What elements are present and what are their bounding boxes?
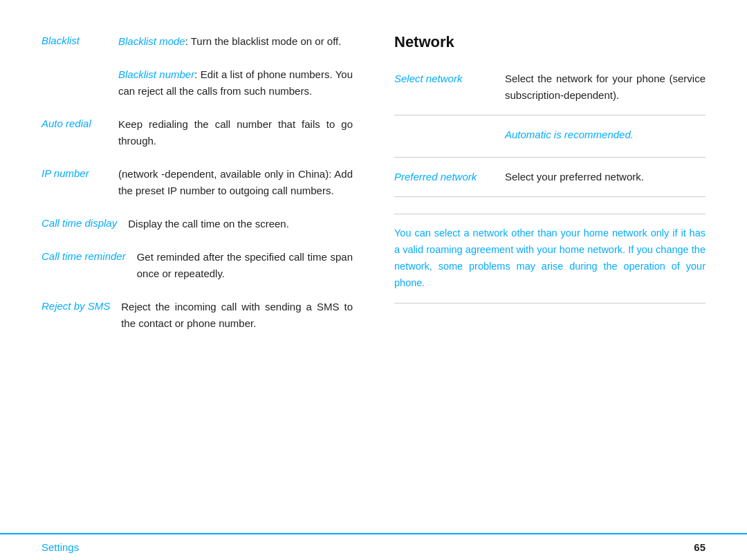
automatic-note: Automatic is recommended.	[505, 127, 706, 143]
entry-auto-redial: Auto redial Keep redialing the call numb…	[42, 116, 353, 149]
right-column: Network Select network Select the networ…	[394, 33, 706, 519]
desc-auto-redial: Keep redialing the call number that fail…	[118, 116, 353, 149]
desc-ip-number: (network -dependent, available only in C…	[118, 166, 353, 199]
page-container: Blacklist Blacklist mode: Turn the black…	[0, 0, 747, 560]
blacklist-mode-term: Blacklist mode	[118, 35, 185, 47]
warning-text: You can select a network other than your…	[394, 225, 706, 292]
network-entry-preferred: Preferred network Select your preferred …	[394, 169, 706, 197]
automatic-term: Automatic	[505, 129, 551, 140]
desc-call-time-reminder: Get reminded after the specified call ti…	[137, 249, 353, 282]
label-blacklist: Blacklist	[42, 33, 107, 100]
label-select-network: Select network	[394, 71, 491, 104]
footer-label: Settings	[42, 541, 79, 553]
desc-select-network: Select the network for your phone (servi…	[505, 71, 706, 104]
desc-call-time-display: Display the call time on the screen.	[128, 216, 353, 232]
automatic-rest: is recommended.	[551, 129, 634, 140]
label-auto-redial: Auto redial	[42, 116, 107, 149]
entry-call-time-display: Call time display Display the call time …	[42, 216, 353, 232]
footer-page: 65	[694, 541, 706, 553]
network-entry-select: Select network Select the network for yo…	[394, 71, 706, 115]
entry-reject-by-sms: Reject by SMS Reject the incoming call w…	[42, 299, 353, 332]
entry-ip-number: IP number (network -dependent, available…	[42, 166, 353, 199]
label-ip-number: IP number	[42, 166, 107, 199]
entry-blacklist: Blacklist Blacklist mode: Turn the black…	[42, 33, 353, 100]
label-call-time-reminder: Call time reminder	[42, 249, 126, 282]
desc-blacklist: Blacklist mode: Turn the blacklist mode …	[118, 33, 353, 100]
label-reject-by-sms: Reject by SMS	[42, 299, 110, 332]
desc-reject-by-sms: Reject the incoming call with sending a …	[121, 299, 353, 332]
entry-call-time-reminder: Call time reminder Get reminded after th…	[42, 249, 353, 282]
footer: Settings 65	[0, 533, 747, 560]
label-call-time-display: Call time display	[42, 216, 117, 232]
warning-note-box: You can select a network other than your…	[394, 214, 706, 304]
label-preferred-network: Preferred network	[394, 169, 491, 185]
blacklist-number-term: Blacklist number	[118, 68, 194, 80]
left-column: Blacklist Blacklist mode: Turn the black…	[42, 33, 353, 519]
main-content: Blacklist Blacklist mode: Turn the black…	[0, 0, 747, 533]
desc-preferred-network: Select your preferred network.	[505, 169, 706, 185]
section-title-network: Network	[394, 33, 706, 51]
